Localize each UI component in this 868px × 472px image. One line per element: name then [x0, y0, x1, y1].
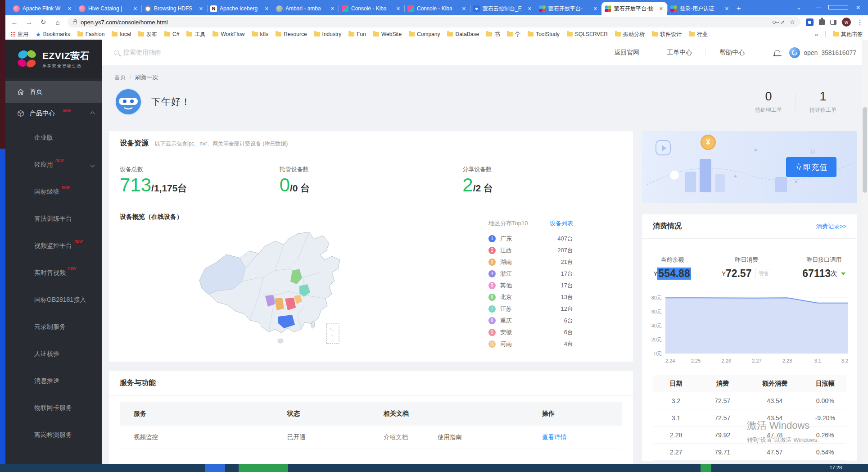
tab-apache-flink[interactable]: Apache Flink W✕	[10, 2, 76, 15]
tab-kibana-2[interactable]: Console - Kiba✕	[404, 2, 470, 15]
browser-menu-kebab-icon[interactable]: ⋮	[856, 18, 863, 27]
service-doc-intro[interactable]: 介绍文档	[384, 433, 438, 441]
sidebar-item-product-center[interactable]: 产品中心 new	[5, 103, 102, 124]
scrollbar-thumb[interactable]	[863, 107, 867, 193]
tab-close-icon[interactable]: ✕	[658, 6, 664, 12]
bookmarks-overflow-icon[interactable]: »	[815, 31, 818, 38]
apps-shortcut[interactable]: 应用	[11, 31, 28, 38]
tab-close-icon[interactable]: ✕	[330, 6, 335, 12]
sidebar-item-light-app[interactable]: 轻应用new	[5, 151, 102, 178]
rated-workorders[interactable]: 1 待评价工单	[796, 90, 850, 114]
bookmark-folder[interactable]: 学	[507, 31, 520, 38]
bookmark-star-icon[interactable]: ☆	[789, 18, 795, 26]
tab-kibana-1[interactable]: Console - Kiba✕	[339, 2, 404, 15]
tab-close-icon[interactable]: ✕	[461, 6, 467, 12]
tab-browsing-hdfs[interactable]: Browsing HDFS✕	[141, 2, 207, 15]
bookmark-folder[interactable]: Fashion	[77, 31, 105, 37]
extension-badge-icon[interactable]	[806, 18, 814, 26]
bookmark-folder[interactable]: k8s	[252, 31, 269, 37]
bookmark-folder[interactable]: 软件设计	[652, 31, 682, 38]
back-button[interactable]: ←	[10, 18, 19, 26]
forward-button[interactable]: →	[24, 18, 33, 26]
taskbar-tray-icon[interactable]	[701, 464, 711, 472]
bookmark-folder[interactable]: DataBase	[447, 31, 479, 37]
link-help-center[interactable]: 帮助中心	[705, 49, 758, 57]
bookmark-folder[interactable]: 工具	[186, 31, 205, 38]
bookmark-folder[interactable]: local	[112, 31, 131, 37]
window-minimize-button[interactable]: —	[809, 0, 828, 15]
new-tab-button[interactable]: +	[737, 4, 741, 13]
other-bookmarks[interactable]: 其他书签	[833, 31, 863, 38]
search-input[interactable]: 搜索使用指南	[114, 49, 161, 57]
extensions-puzzle-icon[interactable]	[819, 19, 825, 25]
bookmark-folder[interactable]: WebSite	[373, 31, 402, 37]
bookmark-folder[interactable]: 行业	[689, 31, 708, 38]
link-ticket-center[interactable]: 工单中心	[653, 49, 705, 57]
consumption-records-link[interactable]: 消费记录>>	[816, 222, 846, 231]
pending-workorders[interactable]: 0 待处理工单	[741, 90, 796, 114]
sidebar-item-cloud-record[interactable]: 云录制服务	[5, 313, 102, 340]
tab-close-icon[interactable]: ✕	[198, 6, 204, 12]
sidebar-item-iot-card[interactable]: 物联网卡服务	[5, 395, 102, 422]
reload-button[interactable]: ↻	[39, 18, 48, 26]
service-detail-link[interactable]: 查看详情	[542, 433, 622, 441]
bookmark-folder[interactable]: WorkFlow	[212, 31, 244, 37]
bookmark-folder[interactable]: Industry	[314, 31, 342, 37]
tab-close-icon[interactable]: ✕	[132, 6, 138, 12]
sidebar-item-video-platform[interactable]: 视频监控平台new	[5, 232, 102, 259]
browser-profile-avatar[interactable]: w	[842, 18, 851, 27]
window-maximize-button[interactable]	[828, 0, 848, 15]
chevron-up-icon[interactable]	[90, 111, 95, 116]
sidebar-item-gb-cascade[interactable]: 国标级联new	[5, 178, 102, 205]
bookmark-folder[interactable]: 发布	[138, 31, 157, 38]
bookmark-folder[interactable]: Fun	[348, 31, 366, 37]
sidebar-item-absence-detect[interactable]: 离岗检测服务	[5, 422, 102, 449]
tab-apache-iceberg[interactable]: Apache Iceberg✕	[207, 2, 273, 15]
tab-login-auth[interactable]: 登录-用户认证✕	[667, 2, 733, 15]
sidebar-item-enterprise[interactable]: 企业版	[5, 124, 102, 151]
tab-search-icon[interactable]: ⌄	[789, 0, 809, 15]
brand-logo[interactable]: EZVIZ萤石 乐享安全智能生活	[5, 40, 102, 78]
bookmark-folder[interactable]: 书	[486, 31, 500, 38]
tab-close-icon[interactable]: ✕	[592, 6, 598, 12]
bookmark-folder[interactable]: 振动分析	[615, 31, 645, 38]
bookmark-folder[interactable]: ToolStudy	[528, 31, 560, 37]
service-doc-guide[interactable]: 使用指南	[438, 433, 542, 441]
sidebar-item-message-push[interactable]: 消息推送	[5, 368, 102, 395]
bookmark-item-bookmarks[interactable]: ★Bookmarks	[36, 31, 70, 38]
detail-button[interactable]: 明细	[755, 269, 771, 278]
avatar[interactable]	[789, 47, 800, 58]
windows-taskbar[interactable]: 17:28	[0, 464, 868, 472]
sidebar-item-algo-training[interactable]: 算法训练平台	[5, 205, 102, 232]
taskbar-app-highlight[interactable]	[205, 464, 225, 472]
tab-ys-console[interactable]: 萤石云控制台_E✕	[470, 2, 536, 15]
device-list-link[interactable]: 设备列表	[550, 219, 573, 227]
breadcrumb-home[interactable]: 首页	[114, 74, 126, 81]
caret-down-icon[interactable]	[841, 272, 845, 275]
tab-hive-catalog[interactable]: Hive Catalog |✕	[76, 2, 141, 15]
username[interactable]: open_3581616077	[804, 49, 856, 56]
tab-close-icon[interactable]: ✕	[395, 6, 401, 12]
bookmark-folder[interactable]: C#	[164, 31, 179, 37]
page-scrollbar[interactable]	[862, 40, 868, 464]
window-close-button[interactable]: ✕	[848, 0, 868, 15]
sidebar-item-home[interactable]: 首页	[5, 81, 102, 103]
password-key-icon[interactable]	[773, 21, 776, 24]
tab-ezviz-open-active[interactable]: 萤石开放平台-接✕	[601, 2, 667, 15]
chevron-down-icon[interactable]	[90, 163, 95, 167]
sidebar-item-gb28181[interactable]: 国标GB28181接入	[5, 286, 102, 313]
home-button[interactable]: ⌂	[53, 18, 62, 26]
tab-close-icon[interactable]: ✕	[67, 6, 72, 12]
tab-ezviz-open-1[interactable]: 萤石开放平台-✕	[536, 2, 601, 15]
sidebar-item-rtc[interactable]: 实时音视频new	[5, 259, 102, 286]
bookmark-folder[interactable]: Resource	[276, 31, 307, 37]
sidebar-item-id-verify[interactable]: 人证核验	[5, 340, 102, 368]
bookmark-folder[interactable]: Company	[409, 31, 440, 37]
tab-ambari[interactable]: Ambari - amba✕	[273, 2, 339, 15]
link-official-site[interactable]: 返回官网	[601, 49, 653, 57]
tab-close-icon[interactable]: ✕	[724, 6, 730, 12]
address-bar[interactable]: open.ys7.com/console/home.html ↗ ☆	[68, 17, 800, 27]
recharge-button[interactable]: 立即充值	[786, 157, 836, 177]
bookmark-folder[interactable]: SQLSERVER	[567, 31, 608, 37]
side-panel-icon[interactable]	[830, 20, 836, 25]
